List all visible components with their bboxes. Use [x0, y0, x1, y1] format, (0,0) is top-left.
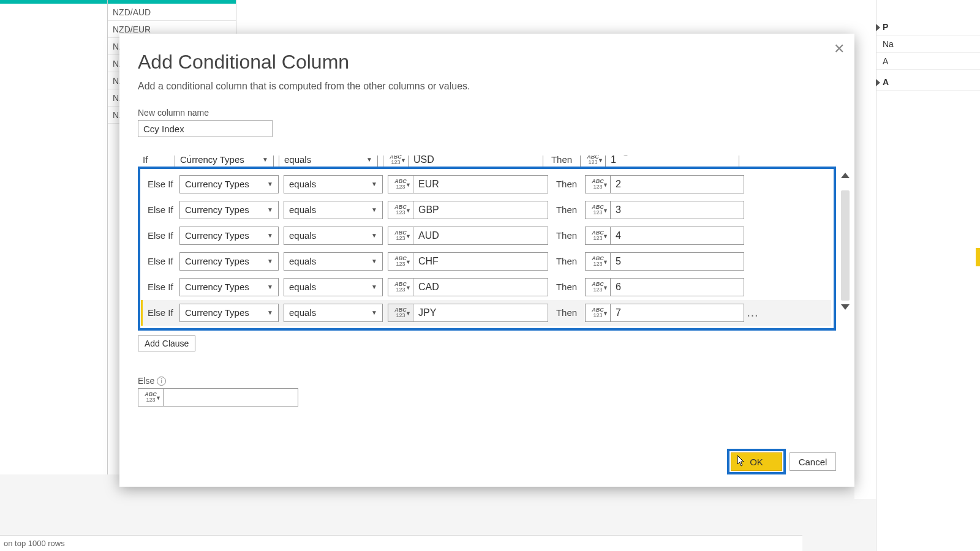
output-input[interactable] [611, 201, 744, 219]
expand-icon[interactable] [876, 79, 880, 86]
column-name-dropdown[interactable]: Currency Types▼ [179, 227, 279, 245]
operator-dropdown[interactable]: equals▼ [284, 304, 383, 322]
new-column-name-input[interactable] [138, 120, 273, 137]
rule-row: Else If Currency Types▼ equals▼ ABC123▼ … [141, 300, 831, 326]
value-input[interactable] [413, 278, 548, 296]
value-type-selector[interactable]: ABC123▼ [388, 227, 413, 245]
then-label: Then [548, 230, 585, 241]
value-input[interactable] [413, 201, 548, 219]
value-type-selector[interactable]: ABC123▼ [388, 278, 413, 296]
rule-row: Else If Currency Types▼ equals▼ ABC123▼ … [143, 171, 831, 197]
else-type-selector[interactable]: ABC123▼ [138, 388, 164, 407]
cursor-icon [737, 455, 745, 467]
operator-dropdown[interactable]: equals▼ [284, 278, 383, 296]
close-icon[interactable]: ✕ [834, 41, 845, 57]
dialog-subtitle: Add a conditional column that is compute… [138, 81, 836, 92]
then-label: Then [548, 307, 585, 318]
column-name-dropdown[interactable]: Currency Types▼ [179, 252, 279, 271]
rules-highlight-box: Else If Currency Types▼ equals▼ ABC123▼ … [138, 167, 836, 331]
output-type-selector[interactable]: ABC123▼ [585, 304, 611, 322]
info-icon: i [157, 377, 166, 386]
else-value-input[interactable] [164, 388, 298, 407]
then-label: Then [548, 179, 585, 189]
cancel-button[interactable]: Cancel [790, 452, 836, 471]
output-type-selector[interactable]: ABC123▼ [585, 201, 611, 219]
output-input[interactable] [611, 304, 744, 322]
column-name-dropdown[interactable]: Currency Types▼ [179, 201, 279, 219]
output-input[interactable] [611, 175, 744, 193]
rule-row-cutoff: If Currency Types▼ equals▼ ABC123▼ Then … [138, 156, 836, 167]
value-input[interactable] [413, 175, 548, 193]
rule-condition-label: Else If [144, 230, 179, 241]
dialog-title: Add Conditional Column [138, 51, 836, 73]
value-input[interactable] [413, 304, 548, 322]
expand-icon[interactable] [876, 24, 880, 31]
output-input[interactable] [611, 278, 744, 296]
scroll-down-icon[interactable] [841, 304, 850, 310]
add-clause-button[interactable]: Add Clause [138, 335, 195, 351]
right-panel: P Na A A [876, 0, 980, 551]
value-type-selector[interactable]: ABC123▼ [388, 201, 413, 219]
operator-dropdown[interactable]: equals▼ [284, 201, 383, 219]
column-name-dropdown[interactable]: Currency Types▼ [179, 304, 279, 322]
then-label: Then [548, 204, 585, 215]
output-type-selector[interactable]: ABC123▼ [585, 175, 611, 193]
more-options-icon[interactable]: … [744, 305, 761, 320]
output-input[interactable] [611, 252, 744, 271]
value-type-selector[interactable]: ABC123▼ [388, 252, 413, 271]
rule-condition-label: Else If [144, 282, 179, 292]
output-input[interactable] [611, 227, 744, 245]
scroll-up-icon[interactable] [841, 173, 850, 178]
rule-row: Else If Currency Types▼ equals▼ ABC123▼ … [143, 274, 831, 300]
then-label: Then [548, 256, 585, 266]
bg-cell: NZD/AUD [108, 4, 236, 21]
column-name-dropdown[interactable]: Currency Types▼ [179, 175, 279, 193]
column-name-dropdown[interactable]: Currency Types▼ [179, 278, 279, 296]
new-column-name-label: New column name [138, 108, 836, 118]
status-bar: on top 1000 rows [0, 535, 802, 551]
rule-condition-label: Else If [144, 307, 179, 318]
output-type-selector[interactable]: ABC123▼ [585, 252, 611, 271]
bg-column-1 [0, 0, 108, 474]
else-label: Elsei [138, 376, 836, 386]
ok-button[interactable]: OK [731, 452, 782, 471]
rule-row: Else If Currency Types▼ equals▼ ABC123▼ … [143, 223, 831, 249]
then-label: Then [548, 282, 585, 292]
add-conditional-column-dialog: ✕ Add Conditional Column Add a condition… [119, 34, 854, 487]
value-type-selector[interactable]: ABC123▼ [388, 175, 413, 193]
rules-scrollbar[interactable] [840, 173, 851, 310]
value-input[interactable] [413, 227, 548, 245]
operator-dropdown[interactable]: equals▼ [284, 252, 383, 271]
rule-condition-label: Else If [144, 256, 179, 266]
value-input[interactable] [413, 252, 548, 271]
rule-row: Else If Currency Types▼ equals▼ ABC123▼ … [143, 249, 831, 274]
operator-dropdown[interactable]: equals▼ [284, 175, 383, 193]
output-type-selector[interactable]: ABC123▼ [585, 278, 611, 296]
rule-condition-label: Else If [144, 179, 179, 189]
output-type-selector[interactable]: ABC123▼ [585, 227, 611, 245]
operator-dropdown[interactable]: equals▼ [284, 227, 383, 245]
value-type-selector[interactable]: ABC123▼ [388, 304, 413, 322]
rule-condition-label: Else If [144, 204, 179, 215]
rule-row: Else If Currency Types▼ equals▼ ABC123▼ … [143, 197, 831, 223]
